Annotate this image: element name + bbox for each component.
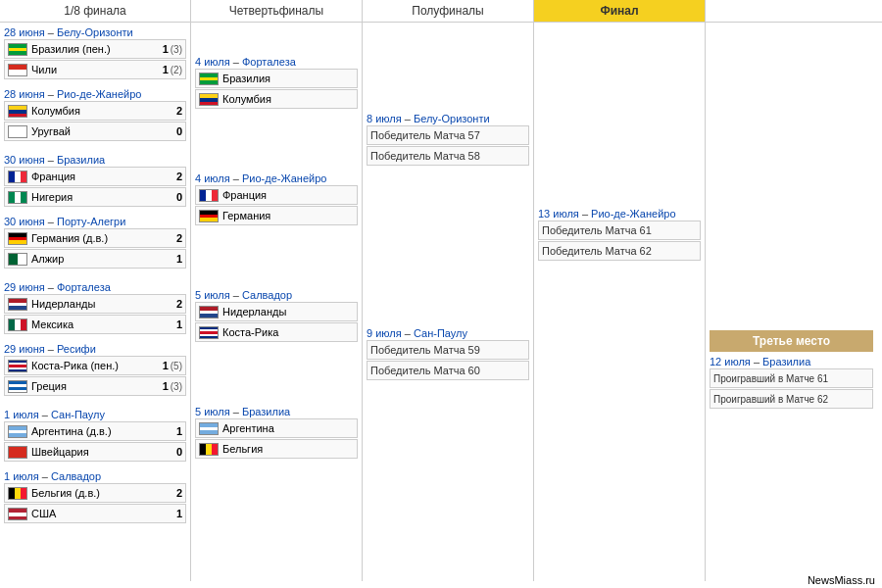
flag-argentina-qf4	[199, 422, 219, 435]
flag-switzerland	[8, 446, 27, 459]
watermark: NewsMiass.ru	[805, 574, 878, 586]
flag-algeria	[8, 253, 27, 266]
sf-match-2: 9 июля – Сан-Паулу Победитель Матча 59 П…	[367, 327, 529, 381]
r16-match-6: 29 июня – Ресифи Коста-Рика (пен.) 1 (5)…	[4, 343, 186, 397]
flag-germany-qf2	[199, 210, 219, 222]
r16-match-8: 1 июля – Салвадор Бельгия (д.в.) 2 США 1	[4, 470, 186, 524]
r16-match-2: 28 июня – Рио-де-Жанейро Колумбия 2 Уруг…	[4, 88, 186, 142]
flag-colombia	[8, 105, 27, 118]
flag-costarica	[8, 360, 27, 372]
bracket-container: 1/8 финала Четвертьфиналы Полуфиналы Фин…	[0, 0, 882, 588]
flag-costarica-qf3	[199, 326, 219, 339]
col-sf: 8 июля – Белу-Оризонти Победитель Матча …	[363, 23, 534, 581]
flag-netherlands-qf3	[199, 306, 219, 318]
header-qf: Четвертьфиналы	[191, 0, 363, 22]
bracket-body: 28 июня – Белу-Оризонти Бразилия (пен.) …	[0, 23, 882, 581]
header-3rd	[706, 0, 877, 22]
col-qf: 4 июля – Форталеза Бразилия Колумбия 4 и…	[191, 23, 363, 581]
qf-match-1: 4 июля – Форталеза Бразилия Колумбия	[195, 56, 358, 110]
flag-mexico	[8, 318, 27, 331]
header-final: Финал	[534, 0, 706, 22]
header-r16: 1/8 финала	[0, 0, 191, 22]
flag-usa	[8, 508, 27, 520]
qf-match-2: 4 июля – Рио-де-Жанейро Франция Германия	[195, 172, 358, 226]
col-r16: 28 июня – Белу-Оризонти Бразилия (пен.) …	[0, 23, 191, 581]
r16-match-1: 28 июня – Белу-Оризонти Бразилия (пен.) …	[4, 26, 186, 80]
flag-argentina	[8, 425, 27, 438]
flag-belgium	[8, 487, 27, 500]
third-place-label: Третье место	[710, 330, 873, 352]
flag-germany	[8, 232, 27, 245]
flag-uruguay	[8, 125, 27, 138]
flag-belgium-qf4	[199, 443, 219, 456]
qf-match-4: 5 июля – Бразилиа Аргентина Бельгия	[195, 406, 358, 460]
header-row: 1/8 финала Четвертьфиналы Полуфиналы Фин…	[0, 0, 882, 23]
flag-france-qf2	[199, 189, 219, 202]
flag-nigeria	[8, 191, 27, 204]
flag-france	[8, 171, 27, 183]
flag-colombia-qf1	[199, 93, 219, 106]
col-final: 13 июля – Рио-де-Жанейро Победитель Матч…	[534, 23, 706, 581]
third-place-match: 12 июля – Бразилиа Проигравший в Матче 6…	[710, 356, 873, 410]
sf-match-1: 8 июля – Белу-Оризонти Победитель Матча …	[367, 113, 529, 167]
qf-match-3: 5 июля – Салвадор Нидерланды Коста-Рика	[195, 289, 358, 343]
flag-brazil-qf1	[199, 73, 219, 85]
r16-match-4: 30 июня – Порту-Алегри Германия (д.в.) 2…	[4, 216, 186, 270]
final-match: 13 июля – Рио-де-Жанейро Победитель Матч…	[538, 208, 701, 262]
flag-chile	[8, 64, 27, 76]
header-sf: Полуфиналы	[363, 0, 534, 22]
flag-netherlands	[8, 298, 27, 311]
r16-match-7: 1 июля – Сан-Паулу Аргентина (д.в.) 1 Шв…	[4, 409, 186, 463]
col-third: Третье место 12 июля – Бразилиа Проиграв…	[706, 23, 877, 581]
r16-match-3: 30 июня – Бразилиа Франция 2 Нигерия 0	[4, 154, 186, 208]
flag-brazil	[8, 43, 27, 56]
r16-match-5: 29 июня – Форталеза Нидерланды 2 Мексика…	[4, 281, 186, 335]
flag-greece	[8, 380, 27, 393]
